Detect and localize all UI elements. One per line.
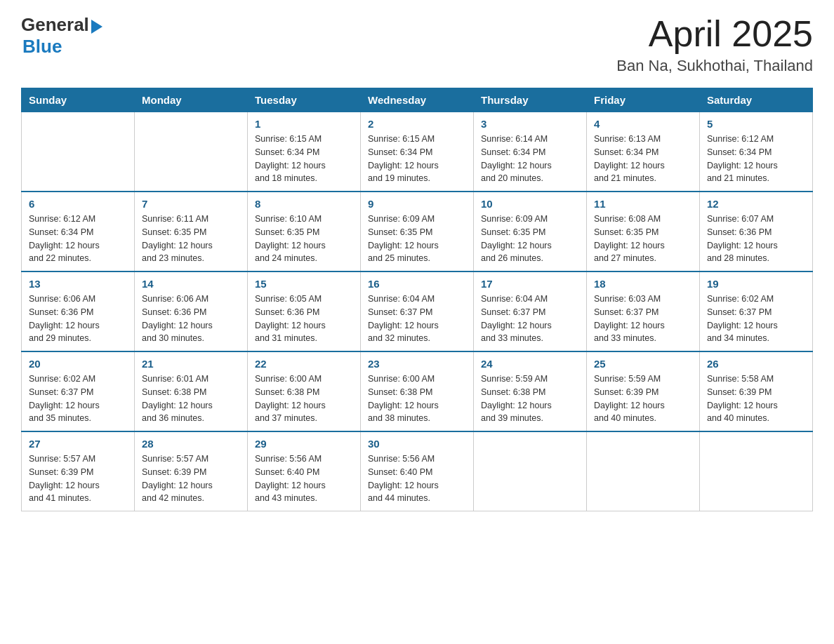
calendar-cell: 16Sunrise: 6:04 AM Sunset: 6:37 PM Dayli… (361, 271, 474, 351)
day-number: 15 (255, 278, 353, 290)
day-info: Sunrise: 5:56 AM Sunset: 6:40 PM Dayligh… (255, 452, 353, 505)
day-number: 16 (368, 278, 466, 290)
calendar-cell: 6Sunrise: 6:12 AM Sunset: 6:34 PM Daylig… (22, 192, 135, 271)
day-number: 26 (707, 358, 805, 370)
day-info: Sunrise: 6:06 AM Sunset: 6:36 PM Dayligh… (142, 293, 240, 345)
logo-arrow-icon (91, 20, 102, 34)
day-info: Sunrise: 6:04 AM Sunset: 6:37 PM Dayligh… (368, 293, 466, 345)
day-number: 3 (481, 118, 579, 130)
logo-blue-text: Blue (22, 36, 62, 57)
calendar-cell: 28Sunrise: 5:57 AM Sunset: 6:39 PM Dayli… (135, 431, 248, 511)
calendar-cell: 2Sunrise: 6:15 AM Sunset: 6:34 PM Daylig… (361, 112, 474, 192)
day-info: Sunrise: 6:00 AM Sunset: 6:38 PM Dayligh… (368, 373, 466, 425)
calendar-cell: 24Sunrise: 5:59 AM Sunset: 6:38 PM Dayli… (474, 351, 587, 431)
day-number: 18 (594, 278, 692, 290)
day-number: 8 (255, 198, 353, 210)
day-info: Sunrise: 6:02 AM Sunset: 6:37 PM Dayligh… (29, 373, 127, 425)
day-info: Sunrise: 6:03 AM Sunset: 6:37 PM Dayligh… (594, 293, 692, 345)
day-number: 4 (594, 118, 692, 130)
calendar-cell: 9Sunrise: 6:09 AM Sunset: 6:35 PM Daylig… (361, 192, 474, 271)
calendar-cell: 29Sunrise: 5:56 AM Sunset: 6:40 PM Dayli… (248, 431, 361, 511)
calendar-cell: 30Sunrise: 5:56 AM Sunset: 6:40 PM Dayli… (361, 431, 474, 511)
day-info: Sunrise: 6:06 AM Sunset: 6:36 PM Dayligh… (29, 293, 127, 345)
calendar-week-row: 27Sunrise: 5:57 AM Sunset: 6:39 PM Dayli… (22, 431, 813, 511)
day-info: Sunrise: 6:09 AM Sunset: 6:35 PM Dayligh… (368, 213, 466, 265)
weekday-header-tuesday: Tuesday (248, 88, 361, 112)
calendar-cell (587, 431, 700, 511)
calendar-cell: 25Sunrise: 5:59 AM Sunset: 6:39 PM Dayli… (587, 351, 700, 431)
day-info: Sunrise: 6:12 AM Sunset: 6:34 PM Dayligh… (29, 213, 127, 265)
day-info: Sunrise: 6:08 AM Sunset: 6:35 PM Dayligh… (594, 213, 692, 265)
day-number: 14 (142, 278, 240, 290)
day-number: 11 (594, 198, 692, 210)
day-number: 29 (255, 438, 353, 450)
day-info: Sunrise: 5:59 AM Sunset: 6:39 PM Dayligh… (594, 373, 692, 425)
day-info: Sunrise: 6:04 AM Sunset: 6:37 PM Dayligh… (481, 293, 579, 345)
day-number: 13 (29, 278, 127, 290)
day-number: 10 (481, 198, 579, 210)
weekday-header-monday: Monday (135, 88, 248, 112)
calendar-cell: 26Sunrise: 5:58 AM Sunset: 6:39 PM Dayli… (700, 351, 813, 431)
calendar-cell: 13Sunrise: 6:06 AM Sunset: 6:36 PM Dayli… (22, 271, 135, 351)
day-info: Sunrise: 6:15 AM Sunset: 6:34 PM Dayligh… (255, 133, 353, 185)
calendar-cell: 19Sunrise: 6:02 AM Sunset: 6:37 PM Dayli… (700, 271, 813, 351)
day-info: Sunrise: 6:07 AM Sunset: 6:36 PM Dayligh… (707, 213, 805, 265)
calendar-title: April 2025 (616, 14, 813, 54)
day-number: 22 (255, 358, 353, 370)
logo-general-text: General (21, 14, 89, 36)
day-info: Sunrise: 6:10 AM Sunset: 6:35 PM Dayligh… (255, 213, 353, 265)
day-number: 9 (368, 198, 466, 210)
calendar-cell: 8Sunrise: 6:10 AM Sunset: 6:35 PM Daylig… (248, 192, 361, 271)
day-number: 19 (707, 278, 805, 290)
weekday-header-wednesday: Wednesday (361, 88, 474, 112)
page-header: General Blue April 2025 Ban Na, Sukhotha… (21, 14, 813, 75)
calendar-cell: 3Sunrise: 6:14 AM Sunset: 6:34 PM Daylig… (474, 112, 587, 192)
day-number: 30 (368, 438, 466, 450)
calendar-cell: 15Sunrise: 6:05 AM Sunset: 6:36 PM Dayli… (248, 271, 361, 351)
calendar-cell: 22Sunrise: 6:00 AM Sunset: 6:38 PM Dayli… (248, 351, 361, 431)
day-number: 17 (481, 278, 579, 290)
calendar-cell: 10Sunrise: 6:09 AM Sunset: 6:35 PM Dayli… (474, 192, 587, 271)
day-number: 2 (368, 118, 466, 130)
weekday-header-friday: Friday (587, 88, 700, 112)
calendar-week-row: 6Sunrise: 6:12 AM Sunset: 6:34 PM Daylig… (22, 192, 813, 271)
calendar-cell: 4Sunrise: 6:13 AM Sunset: 6:34 PM Daylig… (587, 112, 700, 192)
calendar-cell: 11Sunrise: 6:08 AM Sunset: 6:35 PM Dayli… (587, 192, 700, 271)
day-info: Sunrise: 6:13 AM Sunset: 6:34 PM Dayligh… (594, 133, 692, 185)
calendar-cell (22, 112, 135, 192)
day-info: Sunrise: 5:59 AM Sunset: 6:38 PM Dayligh… (481, 373, 579, 425)
day-info: Sunrise: 6:11 AM Sunset: 6:35 PM Dayligh… (142, 213, 240, 265)
calendar-cell: 21Sunrise: 6:01 AM Sunset: 6:38 PM Dayli… (135, 351, 248, 431)
weekday-header-saturday: Saturday (700, 88, 813, 112)
calendar-cell: 23Sunrise: 6:00 AM Sunset: 6:38 PM Dayli… (361, 351, 474, 431)
day-info: Sunrise: 6:00 AM Sunset: 6:38 PM Dayligh… (255, 373, 353, 425)
calendar-cell (474, 431, 587, 511)
day-info: Sunrise: 6:02 AM Sunset: 6:37 PM Dayligh… (707, 293, 805, 345)
day-number: 21 (142, 358, 240, 370)
day-info: Sunrise: 5:58 AM Sunset: 6:39 PM Dayligh… (707, 373, 805, 425)
day-info: Sunrise: 6:12 AM Sunset: 6:34 PM Dayligh… (707, 133, 805, 185)
calendar-cell: 17Sunrise: 6:04 AM Sunset: 6:37 PM Dayli… (474, 271, 587, 351)
day-info: Sunrise: 6:01 AM Sunset: 6:38 PM Dayligh… (142, 373, 240, 425)
day-info: Sunrise: 5:56 AM Sunset: 6:40 PM Dayligh… (368, 452, 466, 505)
day-info: Sunrise: 6:15 AM Sunset: 6:34 PM Dayligh… (368, 133, 466, 185)
calendar-cell (135, 112, 248, 192)
calendar-cell: 1Sunrise: 6:15 AM Sunset: 6:34 PM Daylig… (248, 112, 361, 192)
weekday-header-sunday: Sunday (22, 88, 135, 112)
day-info: Sunrise: 6:09 AM Sunset: 6:35 PM Dayligh… (481, 213, 579, 265)
calendar-cell: 12Sunrise: 6:07 AM Sunset: 6:36 PM Dayli… (700, 192, 813, 271)
day-number: 12 (707, 198, 805, 210)
day-number: 27 (29, 438, 127, 450)
day-number: 23 (368, 358, 466, 370)
day-info: Sunrise: 5:57 AM Sunset: 6:39 PM Dayligh… (142, 452, 240, 505)
day-number: 6 (29, 198, 127, 210)
calendar-week-row: 1Sunrise: 6:15 AM Sunset: 6:34 PM Daylig… (22, 112, 813, 192)
calendar-week-row: 20Sunrise: 6:02 AM Sunset: 6:37 PM Dayli… (22, 351, 813, 431)
calendar-cell: 18Sunrise: 6:03 AM Sunset: 6:37 PM Dayli… (587, 271, 700, 351)
calendar-cell (700, 431, 813, 511)
calendar-cell: 20Sunrise: 6:02 AM Sunset: 6:37 PM Dayli… (22, 351, 135, 431)
day-number: 1 (255, 118, 353, 130)
calendar-table: SundayMondayTuesdayWednesdayThursdayFrid… (21, 88, 813, 511)
calendar-week-row: 13Sunrise: 6:06 AM Sunset: 6:36 PM Dayli… (22, 271, 813, 351)
calendar-header-row: SundayMondayTuesdayWednesdayThursdayFrid… (22, 88, 813, 112)
